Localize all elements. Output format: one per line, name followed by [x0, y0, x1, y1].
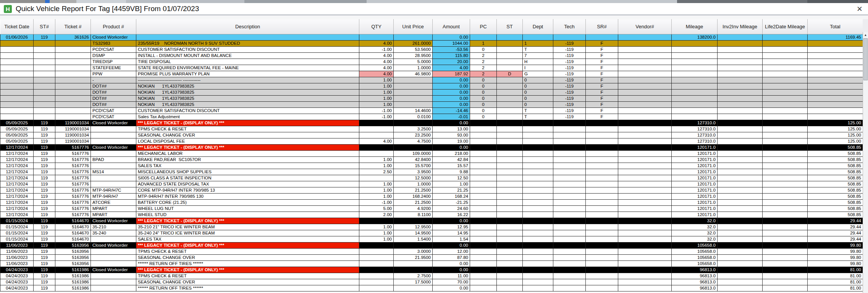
cell-ticket-number[interactable]: 5167776: [55, 206, 91, 212]
cell-st[interactable]: [497, 114, 523, 120]
cell-product-number[interactable]: [91, 255, 136, 261]
cell-sr-number[interactable]: [586, 194, 618, 200]
cell-ticket-number[interactable]: 5161986: [55, 273, 91, 279]
cell-inv2inv-mileage[interactable]: [718, 53, 763, 59]
cell-qty[interactable]: [359, 285, 394, 291]
cell-sr-number[interactable]: [586, 236, 618, 243]
cell-description[interactable]: *** LEGACY TICKET - (DISPLAY ONLY) ***: [136, 145, 359, 151]
cell-unit-price[interactable]: 14.4600: [394, 108, 433, 114]
cell-tech[interactable]: [553, 206, 586, 212]
cell-qty[interactable]: [359, 279, 394, 285]
cell-unit-price[interactable]: 17.5000: [394, 279, 433, 285]
cell-sr-number[interactable]: [586, 157, 618, 163]
cell-description[interactable]: INSTALL - DISMOUNT MOUNT AND BALANCE: [136, 53, 359, 59]
cell-pc[interactable]: [470, 181, 497, 187]
cell-tech[interactable]: [553, 169, 586, 175]
cell-pc[interactable]: [470, 255, 497, 261]
cell-dept[interactable]: [523, 126, 553, 132]
cell-mileage[interactable]: [672, 65, 718, 71]
cell-ticket-date[interactable]: 12/17/2024: [0, 175, 34, 181]
cell-amount[interactable]: 12.95: [433, 224, 470, 230]
cell-life2date-mileage[interactable]: [763, 261, 808, 267]
cell-sr-number[interactable]: [586, 206, 618, 212]
cell-tech[interactable]: -119: [553, 53, 586, 59]
cell-unit-price[interactable]: [394, 90, 433, 96]
cell-product-number[interactable]: [91, 261, 136, 267]
cell-qty[interactable]: 1.00: [359, 181, 394, 187]
cell-sr-number[interactable]: F: [586, 47, 618, 53]
cell-vendor-number[interactable]: [618, 108, 672, 114]
cell-total[interactable]: 99.80: [808, 249, 863, 255]
column-header-pc[interactable]: PC: [470, 20, 497, 34]
cell-sr-number[interactable]: F: [586, 96, 618, 102]
cell-description[interactable]: *** LEGACY TICKET - (DISPLAY ONLY) ***: [136, 243, 359, 249]
cell-st-number[interactable]: 119: [34, 243, 55, 249]
cell-description[interactable]: CUSTOMER SATISFACTION DISCOUNT: [136, 47, 359, 53]
cell-total[interactable]: 99.80: [808, 255, 863, 261]
cell-tech[interactable]: -119: [553, 108, 586, 114]
cell-st-number[interactable]: 119: [34, 151, 55, 157]
cell-mileage[interactable]: [672, 59, 718, 65]
cell-product-number[interactable]: [91, 175, 136, 181]
cell-dept[interactable]: [523, 236, 553, 243]
cell-tech[interactable]: [553, 126, 586, 132]
cell-tech[interactable]: -119: [553, 90, 586, 96]
cell-vendor-number[interactable]: [618, 261, 672, 267]
cell-total[interactable]: 29.44: [808, 230, 863, 236]
cell-description[interactable]: SALES TAX: [136, 163, 359, 169]
cell-description[interactable]: MECHANICAL LABOR: [136, 151, 359, 157]
cell-description[interactable]: TPMS CHECK & RESET: [136, 126, 359, 132]
cell-life2date-mileage[interactable]: [763, 224, 808, 230]
cell-product-number[interactable]: DSMP: [91, 53, 136, 59]
cell-st-number[interactable]: 119: [34, 187, 55, 194]
cell-st[interactable]: [497, 255, 523, 261]
cell-amount[interactable]: 0.00: [433, 96, 470, 102]
cell-life2date-mileage[interactable]: [763, 34, 808, 41]
cell-st[interactable]: [497, 34, 523, 41]
cell-product-number[interactable]: BPAD: [91, 157, 136, 163]
cell-amount[interactable]: 0.00: [433, 243, 470, 249]
cell-ticket-date[interactable]: [0, 41, 34, 47]
cell-inv2inv-mileage[interactable]: [718, 249, 763, 255]
cell-pc[interactable]: [470, 224, 497, 230]
cell-qty[interactable]: [359, 151, 394, 157]
cell-ticket-number[interactable]: 1190001034: [55, 132, 91, 138]
cell-vendor-number[interactable]: [618, 230, 672, 236]
cell-unit-price[interactable]: 3.9500: [394, 169, 433, 175]
cell-pc[interactable]: [470, 145, 497, 151]
cell-amount[interactable]: 168.24: [433, 194, 470, 200]
table-row[interactable]: 12/17/20241195167776ATCOREBATTERY CORE (…: [0, 200, 863, 206]
cell-tech[interactable]: [553, 212, 586, 218]
table-row[interactable]: 01/15/2024119516467035-21035-210 21" TRI…: [0, 224, 863, 230]
cell-ticket-date[interactable]: 04/24/2023: [0, 285, 34, 291]
cell-dept[interactable]: [523, 194, 553, 200]
cell-st-number[interactable]: 119: [34, 132, 55, 138]
cell-product-number[interactable]: STATEFEEME: [91, 65, 136, 71]
cell-mileage[interactable]: 96813.0: [672, 273, 718, 279]
cell-amount[interactable]: -14.46: [433, 108, 470, 114]
cell-amount[interactable]: 1044.00: [433, 41, 470, 47]
cell-ticket-date[interactable]: 01/06/2026: [0, 34, 34, 41]
cell-pc[interactable]: 2: [470, 71, 497, 77]
cell-qty[interactable]: 1.00: [359, 224, 394, 230]
cell-dept[interactable]: [523, 224, 553, 230]
cell-qty[interactable]: [359, 34, 394, 41]
cell-mileage[interactable]: 120171.0: [672, 206, 718, 212]
cell-total[interactable]: 29.44: [808, 218, 863, 224]
cell-ticket-number[interactable]: 5164670: [55, 236, 91, 243]
cell-inv2inv-mileage[interactable]: [718, 230, 763, 236]
cell-st[interactable]: [497, 96, 523, 102]
cell-total[interactable]: 81.00: [808, 267, 863, 273]
cell-tech[interactable]: [553, 279, 586, 285]
cell-st-number[interactable]: [34, 47, 55, 53]
cell-dept[interactable]: T: [523, 108, 553, 114]
cell-st-number[interactable]: 119: [34, 255, 55, 261]
table-row[interactable]: 11/06/20231195163956TPMS CHECK & RESET3.…: [0, 249, 863, 255]
cell-life2date-mileage[interactable]: [763, 285, 808, 291]
cell-total[interactable]: 508.85: [808, 181, 863, 187]
cell-product-number[interactable]: [91, 138, 136, 145]
cell-sr-number[interactable]: [586, 169, 618, 175]
cell-description[interactable]: 35-240 24" TRICO ICE WINTER BEAM: [136, 230, 359, 236]
cell-pc[interactable]: 0: [470, 83, 497, 90]
cell-amount[interactable]: 87.80: [433, 255, 470, 261]
